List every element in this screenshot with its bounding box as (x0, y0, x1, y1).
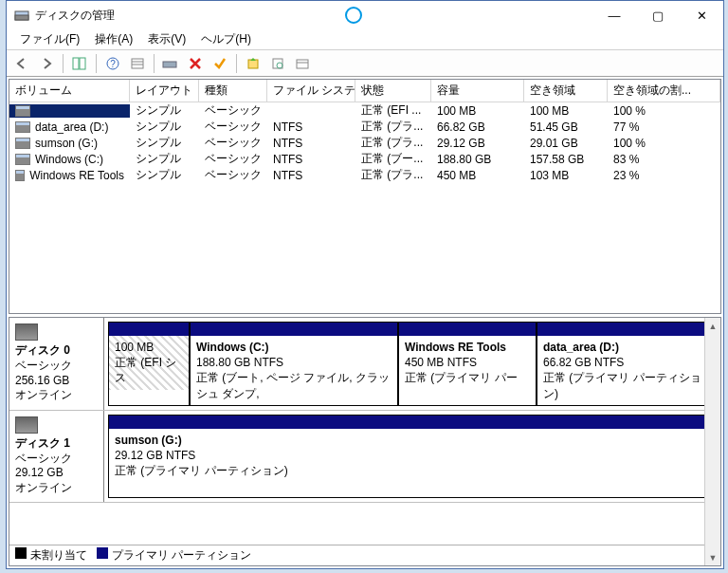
legend-unallocated-label: 未割り当て (30, 548, 87, 562)
partition[interactable]: Windows RE Tools450 MB NTFS正常 (プライマリ パー (398, 322, 537, 406)
cell-pct: 83 % (608, 152, 720, 167)
menu-help[interactable]: ヘルプ(H) (195, 29, 257, 49)
col-type[interactable]: 種類 (199, 80, 267, 102)
disk-icon (15, 323, 38, 341)
partition-size: 100 MB (115, 341, 154, 354)
svg-rect-3 (80, 58, 85, 69)
partition-status: 正常 (ブート, ページ ファイル, クラッシュ ダンプ, (196, 371, 390, 399)
volume-row[interactable]: sumson (G:)シンプルベーシックNTFS正常 (プラ...29.12 G… (9, 135, 720, 151)
partition-status: 正常 (EFI シス (115, 356, 176, 384)
titlebar[interactable]: ディスクの管理 — ▢ ✕ (7, 1, 723, 29)
svg-point-12 (277, 63, 282, 68)
disk-icon (15, 416, 38, 434)
disk-size: 29.12 GB (15, 466, 98, 481)
cell-pct: 100 % (608, 136, 720, 151)
partition[interactable]: sumson (G:)29.12 GB NTFS正常 (プライマリ パーティショ… (108, 415, 717, 498)
partition[interactable]: 100 MB正常 (EFI シス (108, 322, 190, 406)
col-volume[interactable]: ボリューム (9, 80, 130, 102)
cell-name: Windows RE Tools (9, 168, 130, 183)
vertical-scrollbar[interactable]: ▲ ▼ (704, 318, 720, 565)
col-free[interactable]: 空き領域 (524, 80, 608, 102)
volume-row[interactable]: data_area (D:)シンプルベーシックNTFS正常 (プラ...66.8… (9, 119, 720, 135)
scroll-up-icon[interactable]: ▲ (705, 318, 720, 334)
minimize-button[interactable]: — (592, 1, 636, 29)
svg-rect-13 (297, 60, 308, 68)
disk-info[interactable]: ディスク 0ベーシック256.16 GBオンライン (9, 318, 104, 410)
partition[interactable]: data_area (D:)66.82 GB NTFS正常 (プライマリ パーテ… (537, 322, 717, 406)
partition[interactable]: Windows (C:)188.80 GB NTFS正常 (ブート, ページ フ… (190, 322, 398, 406)
disk-state: オンライン (15, 481, 98, 496)
col-pctfree[interactable]: 空き領域の割... (608, 80, 720, 102)
svg-rect-1 (15, 15, 28, 20)
col-status[interactable]: 状態 (355, 80, 431, 102)
svg-rect-9 (163, 62, 176, 67)
col-fs[interactable]: ファイル システム (267, 80, 355, 102)
cell-cap: 188.80 GB (431, 152, 524, 167)
view-toggle-button[interactable] (68, 52, 91, 75)
app-icon (14, 8, 29, 23)
legend: 未割り当て プライマリ パーティション (9, 545, 704, 565)
legend-primary-swatch (97, 547, 108, 559)
cell-name: sumson (G:) (9, 136, 130, 151)
partition-header-bar (109, 416, 716, 429)
legend-primary-label: プライマリ パーティション (112, 548, 251, 562)
delete-button[interactable] (184, 52, 207, 75)
disk-state: オンライン (15, 388, 98, 403)
svg-text:?: ? (110, 59, 116, 69)
maximize-button[interactable]: ▢ (636, 1, 680, 29)
volume-list-header: ボリューム レイアウト 種類 ファイル システム 状態 容量 空き領域 空き領域… (9, 80, 720, 102)
disk-row: ディスク 0ベーシック256.16 GBオンライン100 MB正常 (EFI シ… (9, 318, 720, 411)
partition-title: data_area (D:) (543, 341, 619, 354)
disk-label: ディスク 0 (15, 342, 98, 359)
volume-row[interactable]: Windows RE ToolsシンプルベーシックNTFS正常 (プラ...45… (9, 167, 720, 183)
partition-header-bar (191, 323, 397, 336)
cortana-icon (345, 7, 362, 24)
help-button[interactable]: ? (101, 52, 124, 75)
col-capacity[interactable]: 容量 (431, 80, 524, 102)
menu-file[interactable]: ファイル(F) (14, 29, 85, 49)
detach-button[interactable] (159, 52, 182, 75)
back-button[interactable] (10, 52, 33, 75)
disk-type: ベーシック (15, 359, 98, 374)
partition-title: Windows RE Tools (405, 341, 506, 354)
partition-header-bar (537, 323, 716, 336)
svg-rect-2 (73, 58, 79, 69)
svg-rect-6 (132, 59, 143, 68)
menu-action[interactable]: 操作(A) (89, 29, 138, 49)
volume-row[interactable]: Windows (C:)シンプルベーシックNTFS正常 (ブー...188.80… (9, 151, 720, 167)
partition-header-bar (109, 323, 189, 336)
partition-title: sumson (G:) (115, 434, 182, 447)
window-title: ディスクの管理 (35, 8, 115, 24)
cell-status: 正常 (プラ... (355, 166, 431, 184)
disk-row: ディスク 1ベーシック29.12 GBオンラインsumson (G:)29.12… (9, 411, 720, 503)
menu-view[interactable]: 表示(V) (142, 29, 191, 49)
list-button[interactable] (126, 52, 149, 75)
volume-row[interactable]: シンプルベーシック正常 (EFI ...100 MB100 MB100 % (9, 102, 720, 119)
cell-layout: シンプル (130, 166, 199, 184)
cell-fs: NTFS (267, 152, 355, 167)
cell-free: 157.58 GB (524, 152, 608, 167)
volume-list[interactable]: ボリューム レイアウト 種類 ファイル システム 状態 容量 空き領域 空き領域… (9, 79, 721, 314)
close-button[interactable]: ✕ (680, 1, 723, 29)
disk-management-window: ディスクの管理 — ▢ ✕ ファイル(F) 操作(A) 表示(V) ヘルプ(H)… (6, 0, 724, 569)
cell-cap: 66.82 GB (431, 120, 524, 135)
cell-free: 103 MB (524, 168, 608, 183)
scroll-down-icon[interactable]: ▼ (705, 549, 720, 565)
disk-info[interactable]: ディスク 1ベーシック29.12 GBオンライン (9, 411, 104, 502)
cell-pct: 23 % (608, 168, 720, 183)
action2-button[interactable] (266, 52, 289, 75)
properties-button[interactable] (291, 52, 314, 75)
cell-fs (267, 110, 355, 112)
disk-partitions: sumson (G:)29.12 GB NTFS正常 (プライマリ パーティショ… (104, 411, 720, 502)
partition-status: 正常 (プライマリ パー (405, 371, 518, 384)
disk-map[interactable]: ディスク 0ベーシック256.16 GBオンライン100 MB正常 (EFI シ… (9, 317, 721, 566)
cell-cap: 29.12 GB (431, 136, 524, 151)
action1-button[interactable] (242, 52, 264, 75)
partition-size: 66.82 GB NTFS (543, 356, 624, 369)
apply-button[interactable] (209, 52, 231, 75)
cell-cap: 100 MB (431, 103, 524, 119)
cell-fs: NTFS (267, 168, 355, 183)
menubar: ファイル(F) 操作(A) 表示(V) ヘルプ(H) (7, 29, 723, 50)
col-layout[interactable]: レイアウト (130, 80, 199, 102)
forward-button[interactable] (35, 52, 58, 75)
